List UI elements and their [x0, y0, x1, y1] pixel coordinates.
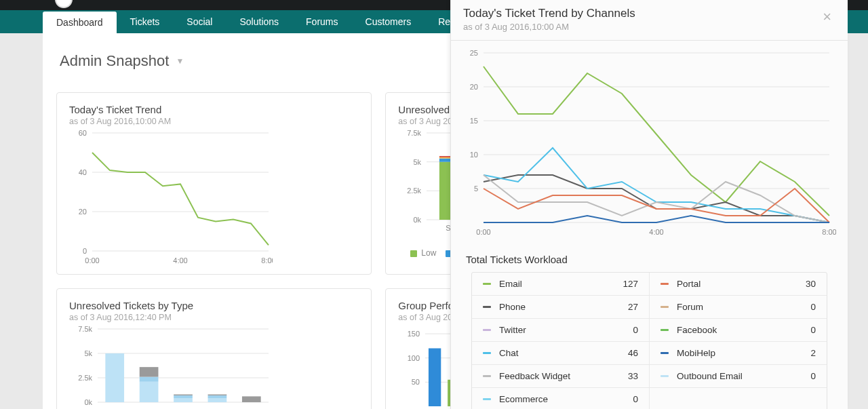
- svg-text:20: 20: [470, 83, 478, 91]
- series-dash-icon: [660, 352, 669, 354]
- page-title-text: Admin Snapshot: [60, 52, 169, 70]
- workload-cell: Portal30: [649, 273, 827, 295]
- workload-cell: Ecommerce0: [472, 388, 649, 409]
- workload-label: Facebook: [677, 325, 802, 335]
- workload-title: Total Tickets Workload: [451, 241, 848, 272]
- card-subtitle: as of 3 Aug 2016,12:40 PM: [69, 313, 359, 322]
- workload-label: Feedback Widget: [499, 371, 620, 381]
- tab-customers[interactable]: Customers: [352, 10, 425, 33]
- svg-text:0:00: 0:00: [476, 228, 490, 236]
- workload-label: Portal: [677, 279, 797, 289]
- svg-text:50: 50: [412, 378, 420, 386]
- svg-rect-51: [208, 395, 227, 398]
- card-title: Unresolved Tickets by Type: [69, 300, 359, 311]
- series-dash-icon: [483, 329, 491, 331]
- chevron-down-icon: ▼: [176, 56, 184, 66]
- workload-value: 27: [628, 302, 638, 312]
- workload-value: 0: [810, 325, 816, 335]
- svg-rect-46: [140, 367, 159, 376]
- workload-label: Forum: [677, 302, 802, 312]
- workload-label: Ecommerce: [499, 394, 625, 404]
- svg-text:5k: 5k: [414, 158, 422, 166]
- series-dash-icon: [483, 352, 491, 354]
- svg-text:4:00: 4:00: [649, 228, 663, 236]
- series-dash-icon: [660, 283, 669, 285]
- workload-cell: Forum0: [649, 296, 827, 318]
- svg-text:2.5k: 2.5k: [78, 374, 92, 382]
- svg-text:4:00: 4:00: [173, 256, 187, 265]
- svg-text:0: 0: [83, 247, 87, 255]
- workload-cell: Twitter0: [472, 319, 649, 341]
- svg-text:40: 40: [79, 168, 87, 176]
- svg-text:60: 60: [79, 129, 87, 137]
- legend-low: Low: [410, 248, 436, 258]
- series-dash-icon: [483, 283, 491, 285]
- svg-text:0:00: 0:00: [85, 256, 99, 265]
- svg-rect-49: [174, 394, 193, 395]
- workload-value: 0: [633, 325, 638, 335]
- workload-cell: Email127: [472, 273, 649, 295]
- card-title: Today's Ticket Trend: [69, 104, 359, 115]
- workload-cell: Chat46: [472, 342, 649, 364]
- workload-value: 127: [623, 279, 638, 289]
- svg-text:5k: 5k: [84, 349, 92, 357]
- workload-label: Phone: [499, 302, 620, 312]
- tab-forums[interactable]: Forums: [292, 10, 351, 33]
- svg-text:8:00: 8:00: [261, 256, 273, 265]
- workload-value: 33: [628, 371, 638, 381]
- card-subtitle: as of 3 Aug 2016,10:00 AM: [69, 117, 359, 126]
- tab-dashboard[interactable]: Dashboard: [43, 12, 117, 33]
- panel-ticket-trend-channels: Today's Ticket Trend by Channels as of 3…: [450, 0, 848, 409]
- chart-channels: 5101520250:004:008:00: [463, 47, 836, 239]
- svg-rect-52: [208, 394, 227, 395]
- close-icon[interactable]: ×: [823, 7, 835, 24]
- svg-rect-48: [174, 395, 193, 398]
- workload-label: Chat: [499, 348, 620, 358]
- workload-label: Email: [499, 279, 614, 289]
- workload-cell: Outbound Email0: [649, 365, 827, 387]
- workload-value: 46: [628, 348, 638, 358]
- tab-solutions[interactable]: Solutions: [226, 10, 292, 33]
- series-dash-icon: [660, 306, 669, 308]
- svg-rect-47: [174, 398, 193, 402]
- panel-title: Today's Ticket Trend by Channels: [463, 7, 635, 20]
- workload-cell: Facebook0: [649, 319, 827, 341]
- workload-label: Outbound Email: [677, 371, 802, 381]
- svg-text:20: 20: [79, 208, 87, 216]
- svg-rect-45: [140, 377, 159, 382]
- workload-value: 2: [810, 348, 816, 358]
- svg-text:100: 100: [408, 354, 420, 362]
- workload-label: MobiHelp: [677, 348, 802, 358]
- avatar[interactable]: [55, 0, 73, 8]
- svg-text:0k: 0k: [84, 398, 92, 406]
- svg-text:0k: 0k: [414, 216, 422, 224]
- svg-rect-50: [208, 398, 227, 402]
- panel-subtitle: as of 3 Aug 2016,10:00 AM: [463, 22, 635, 32]
- series-dash-icon: [483, 306, 491, 308]
- svg-text:8:00: 8:00: [822, 228, 836, 236]
- svg-rect-53: [242, 396, 261, 402]
- svg-text:7.5k: 7.5k: [78, 325, 92, 333]
- card-type[interactable]: Unresolved Tickets by Type as of 3 Aug 2…: [56, 288, 372, 409]
- tab-tickets[interactable]: Tickets: [117, 10, 174, 33]
- workload-table: Email127Portal30Phone27Forum0Twitter0Fac…: [471, 272, 827, 409]
- svg-text:7.5k: 7.5k: [408, 129, 422, 137]
- tab-social[interactable]: Social: [173, 10, 226, 33]
- series-dash-icon: [660, 329, 669, 331]
- workload-cell: [649, 388, 827, 409]
- workload-label: Twitter: [499, 325, 625, 335]
- workload-cell: Phone27: [472, 296, 649, 318]
- series-dash-icon: [483, 375, 491, 377]
- svg-rect-44: [140, 382, 159, 402]
- series-dash-icon: [483, 398, 491, 400]
- chart-trend: 02040600:004:008:00: [69, 126, 273, 267]
- chart-type: 0k2.5k5k7.5k: [69, 322, 273, 409]
- workload-value: 0: [810, 302, 816, 312]
- workload-value: 30: [806, 279, 816, 289]
- svg-rect-60: [429, 349, 441, 407]
- workload-cell: MobiHelp2: [649, 342, 827, 364]
- svg-text:15: 15: [470, 117, 478, 125]
- svg-rect-43: [105, 353, 124, 402]
- svg-text:150: 150: [408, 330, 420, 338]
- card-ticket-trend[interactable]: Today's Ticket Trend as of 3 Aug 2016,10…: [56, 92, 372, 275]
